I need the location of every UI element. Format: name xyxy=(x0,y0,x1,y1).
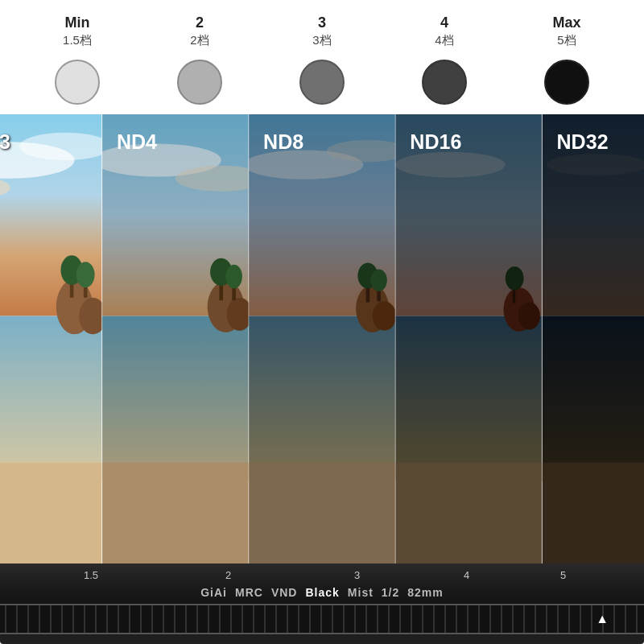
svg-rect-5 xyxy=(0,316,102,481)
ring-mark-4: 4 xyxy=(464,569,469,581)
label-sub-0: 1.5档 xyxy=(63,33,92,48)
photo-container: ND3 ND4 ND8 ND16 ND32 xyxy=(0,114,644,564)
ring-teeth: ▲ xyxy=(0,604,644,634)
circle-wrapper-4 xyxy=(518,60,615,105)
svg-text:ND3: ND3 xyxy=(0,130,10,153)
ring-text-4: Mist xyxy=(348,586,374,599)
filter-circle-3 xyxy=(422,60,467,105)
circle-wrapper-1 xyxy=(151,60,248,105)
ring-markings: 1.52345 xyxy=(0,564,644,583)
nd-demonstration-image: ND3 ND4 ND8 ND16 ND32 xyxy=(0,114,644,564)
label-item-0: Min1.5档 xyxy=(29,14,126,55)
filter-scale-header: Min1.5档22档33档44档Max5档 xyxy=(0,0,644,114)
svg-rect-38 xyxy=(249,114,395,564)
main-container: Min1.5档22档33档44档Max5档 xyxy=(0,0,644,644)
circle-wrapper-2 xyxy=(274,60,370,105)
ring-mark-3: 3 xyxy=(354,569,360,581)
label-sub-2: 3档 xyxy=(312,33,331,48)
svg-rect-48 xyxy=(395,114,542,564)
svg-text:ND16: ND16 xyxy=(410,130,461,153)
circle-wrapper-0 xyxy=(29,60,126,105)
ring-text-5: 1/2 xyxy=(382,586,399,599)
label-item-1: 22档 xyxy=(151,14,248,55)
ring-text-3: Black xyxy=(305,586,339,599)
label-item-3: 44档 xyxy=(396,14,493,55)
label-top-2: 3 xyxy=(318,14,326,31)
filter-ring: 1.52345 GiAiMRCVNDBlackMist1/282mm ▲ xyxy=(0,564,644,644)
label-top-3: 4 xyxy=(440,14,448,31)
circle-wrapper-3 xyxy=(396,60,493,105)
svg-rect-25 xyxy=(102,114,249,564)
svg-text:ND32: ND32 xyxy=(557,130,609,153)
circles-row xyxy=(16,60,628,105)
svg-text:ND8: ND8 xyxy=(263,130,303,153)
filter-circle-2 xyxy=(299,60,345,105)
ring-text-row: GiAiMRCVNDBlackMist1/282mm xyxy=(200,583,444,599)
filter-circle-4 xyxy=(544,60,589,105)
label-sub-4: 5档 xyxy=(557,33,576,48)
svg-point-3 xyxy=(19,133,111,160)
ring-mark-5: 5 xyxy=(560,569,566,581)
svg-rect-6 xyxy=(0,463,102,564)
ring-text-6: 82mm xyxy=(407,586,443,599)
svg-point-12 xyxy=(76,262,95,287)
ring-text-0: GiAi xyxy=(200,586,227,599)
label-sub-3: 4档 xyxy=(435,33,453,48)
filter-circle-0 xyxy=(55,60,100,105)
ring-mark-1.5: 1.5 xyxy=(84,569,98,581)
label-sub-1: 2档 xyxy=(190,33,208,48)
label-item-2: 33档 xyxy=(274,14,370,55)
ring-mark-2: 2 xyxy=(225,569,231,581)
svg-rect-56 xyxy=(542,114,644,564)
filter-circle-1 xyxy=(177,60,222,105)
ring-text-2: VND xyxy=(271,586,298,599)
label-item-4: Max5档 xyxy=(518,14,615,55)
label-top-0: Min xyxy=(65,14,90,31)
svg-text:ND4: ND4 xyxy=(117,130,157,153)
arrow-mark: ▲ xyxy=(596,612,609,626)
label-top-4: Max xyxy=(552,14,580,31)
labels-row: Min1.5档22档33档44档Max5档 xyxy=(16,14,628,55)
ring-text-1: MRC xyxy=(235,586,263,599)
label-top-1: 2 xyxy=(196,14,204,31)
